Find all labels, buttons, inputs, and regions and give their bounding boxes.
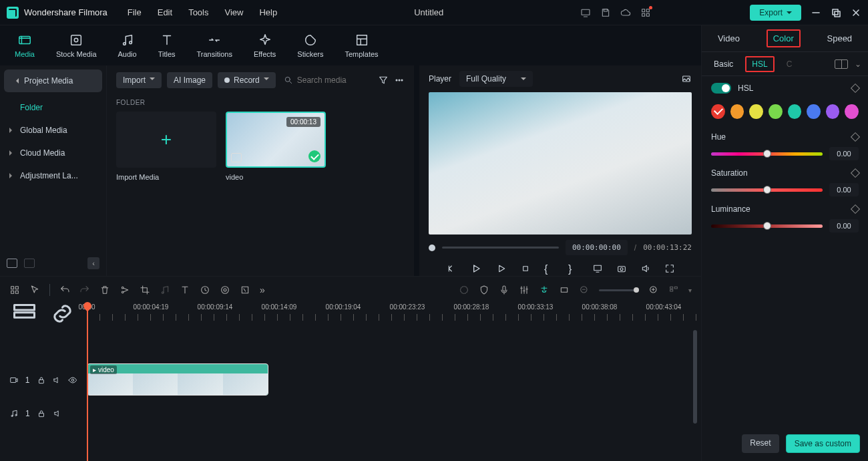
- export-button[interactable]: Export: [750, 5, 801, 21]
- text-icon[interactable]: [180, 285, 190, 295]
- lock-icon[interactable]: [37, 409, 46, 418]
- tab-video[interactable]: Video: [712, 31, 745, 46]
- ai-image-button[interactable]: AI Image: [167, 72, 212, 88]
- view-dropdown-icon[interactable]: ▾: [688, 287, 692, 294]
- swatch-orange[interactable]: [730, 104, 744, 119]
- playhead[interactable]: [87, 303, 88, 461]
- grid-icon[interactable]: [9, 285, 20, 295]
- luminance-slider[interactable]: [711, 224, 823, 228]
- ribbon-transitions[interactable]: Transitions: [190, 30, 239, 61]
- import-media-tile[interactable]: + Import Media: [116, 112, 216, 181]
- media-clip-tile[interactable]: 00:00:13 video: [226, 112, 326, 181]
- collapse-sidebar-button[interactable]: ‹: [87, 257, 99, 269]
- compare-icon[interactable]: [835, 59, 848, 69]
- more-icon[interactable]: [394, 75, 405, 86]
- timeline-scrollbar[interactable]: [693, 330, 697, 424]
- play-icon[interactable]: [496, 263, 507, 274]
- swatch-red[interactable]: [711, 104, 725, 119]
- frame-icon[interactable]: [559, 285, 570, 295]
- menu-tools[interactable]: Tools: [188, 7, 208, 17]
- hsl-toggle[interactable]: [711, 83, 731, 94]
- speed-icon[interactable]: [200, 285, 210, 295]
- snapshot-settings-icon[interactable]: [681, 73, 692, 84]
- mute-icon[interactable]: [52, 375, 61, 385]
- ribbon-media[interactable]: Media: [8, 30, 41, 61]
- device-icon[interactable]: [580, 7, 591, 18]
- mixer-icon[interactable]: [519, 285, 529, 295]
- preview-video[interactable]: [429, 92, 692, 235]
- keyframe-icon[interactable]: [851, 132, 860, 142]
- ribbon-audio[interactable]: Audio: [112, 30, 144, 61]
- new-folder-icon[interactable]: [7, 259, 17, 268]
- marker-dots-icon[interactable]: [459, 285, 469, 295]
- tab-color[interactable]: Color: [767, 29, 801, 47]
- crop-icon[interactable]: [140, 285, 150, 295]
- subtab-hsl[interactable]: HSL: [745, 56, 774, 72]
- bin-icon[interactable]: [24, 259, 35, 268]
- play-repeat-icon[interactable]: [469, 262, 483, 275]
- keyframe-icon[interactable]: [851, 168, 860, 178]
- subtab-c[interactable]: C: [781, 57, 798, 71]
- timeline-clip[interactable]: ▸video: [87, 363, 268, 396]
- menu-view[interactable]: View: [224, 7, 243, 17]
- chevron-down-icon[interactable]: ⌄: [855, 59, 861, 69]
- keyframe-icon[interactable]: [851, 204, 860, 214]
- saturation-value[interactable]: 0.00: [829, 183, 859, 196]
- mark-out-icon[interactable]: }: [568, 263, 579, 274]
- swatch-purple[interactable]: [826, 104, 840, 119]
- mic-icon[interactable]: [499, 285, 509, 295]
- adjustment-layer-item[interactable]: Adjustment La...: [0, 164, 106, 187]
- luminance-value[interactable]: 0.00: [829, 219, 859, 233]
- prev-frame-icon[interactable]: [445, 263, 456, 274]
- minimize-button[interactable]: [811, 7, 821, 18]
- music-off-icon[interactable]: [160, 285, 170, 295]
- redo-icon[interactable]: [79, 285, 90, 295]
- delete-icon[interactable]: [99, 285, 110, 295]
- magnet-icon[interactable]: [539, 285, 550, 295]
- quality-dropdown[interactable]: Full Quality: [459, 71, 533, 87]
- apps-icon[interactable]: [640, 7, 651, 18]
- swatch-blue[interactable]: [807, 104, 821, 119]
- swatch-green[interactable]: [769, 104, 783, 119]
- close-button[interactable]: [851, 7, 861, 18]
- save-icon[interactable]: [600, 7, 611, 18]
- eye-icon[interactable]: [68, 375, 77, 385]
- shield-icon[interactable]: [479, 285, 489, 295]
- swatch-teal[interactable]: [788, 104, 802, 119]
- crop-frame-icon[interactable]: [240, 285, 250, 295]
- hue-slider[interactable]: [711, 152, 823, 156]
- project-media-item[interactable]: Project Media: [4, 69, 102, 92]
- scrub-handle[interactable]: [429, 245, 435, 251]
- ribbon-templates[interactable]: Templates: [338, 30, 385, 61]
- zoom-slider[interactable]: [599, 289, 639, 291]
- save-custom-button[interactable]: Save as custom: [786, 434, 860, 453]
- zoom-out-icon[interactable]: [579, 285, 590, 295]
- maximize-button[interactable]: [831, 7, 841, 18]
- subtab-basic[interactable]: Basic: [708, 57, 738, 71]
- ribbon-stock-media[interactable]: Stock Media: [49, 30, 103, 61]
- cloud-media-item[interactable]: Cloud Media: [0, 142, 106, 164]
- hue-value[interactable]: 0.00: [829, 147, 859, 160]
- swatch-yellow[interactable]: [749, 104, 763, 119]
- lock-icon[interactable]: [37, 375, 46, 385]
- zoom-in-icon[interactable]: [648, 285, 659, 295]
- cursor-icon[interactable]: [29, 285, 40, 295]
- search-input[interactable]: [297, 75, 364, 85]
- color-wheel-icon[interactable]: [220, 285, 230, 295]
- timeline-ruler[interactable]: 00:0000:00:04:1900:00:09:1400:00:14:0900…: [87, 303, 701, 323]
- menu-file[interactable]: File: [128, 7, 142, 17]
- filter-icon[interactable]: [378, 75, 389, 86]
- record-dropdown[interactable]: Record: [218, 72, 276, 88]
- snapshot-icon[interactable]: [616, 263, 627, 274]
- menu-help[interactable]: Help: [259, 7, 277, 17]
- folder-item[interactable]: Folder: [0, 96, 106, 119]
- ribbon-titles[interactable]: Titles: [152, 30, 182, 61]
- menu-edit[interactable]: Edit: [158, 7, 172, 17]
- reset-button[interactable]: Reset: [742, 434, 779, 453]
- split-icon[interactable]: [120, 285, 130, 295]
- mute-icon[interactable]: [53, 409, 62, 418]
- ribbon-effects[interactable]: Effects: [247, 30, 282, 61]
- saturation-slider[interactable]: [711, 188, 823, 192]
- global-media-item[interactable]: Global Media: [0, 119, 106, 142]
- keyframe-icon[interactable]: [851, 84, 860, 93]
